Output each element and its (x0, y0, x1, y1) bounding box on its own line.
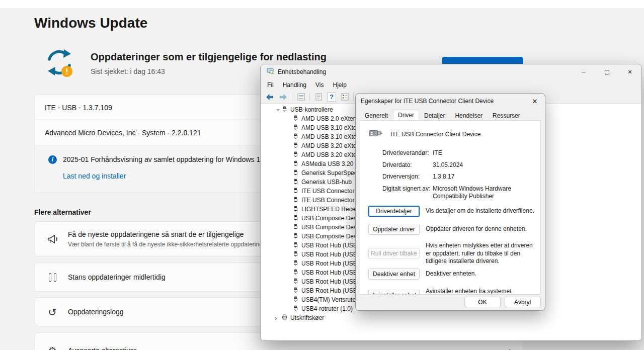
field-value: Microsoft Windows Hardware Compatibility… (433, 185, 534, 201)
usb-icon (293, 197, 298, 204)
maximize-icon (605, 70, 609, 74)
driver-details-desc: Vis detaljer om de installerte driverfil… (426, 207, 534, 215)
tree-node-label: ASMedia USB 3.20 eX (301, 160, 362, 167)
tree-node-label: USB-kontrollere (290, 106, 333, 113)
update-label: Advanced Micro Devices, Inc - System - 2… (45, 129, 201, 137)
usb-icon (293, 179, 298, 186)
menu-help[interactable]: Hjelp (329, 80, 351, 90)
update-driver-desc: Oppdater driveren for denne enheten. (426, 225, 534, 233)
field-label: Driverversjon: (382, 173, 433, 181)
usb-device-icon (368, 128, 383, 141)
usb-icon (293, 133, 298, 140)
field-label: Digitalt signert av: (382, 185, 433, 201)
driver-actions: Driverdetaljer Vis detaljer om de instal… (360, 206, 540, 295)
chevron-collapsed-icon[interactable]: › (275, 314, 282, 322)
close-icon: ✕ (532, 98, 538, 105)
tab-events[interactable]: Hendelser (450, 111, 488, 120)
tree-node-label: AMD USB 2.0 eXtensi (301, 115, 361, 122)
tree-node-print-queues[interactable]: › Utskriftskøer (261, 313, 641, 322)
device-list-icon[interactable] (340, 92, 350, 102)
cancel-button[interactable]: Avbryt (505, 297, 541, 307)
maximize-button[interactable] (595, 64, 618, 79)
close-button[interactable]: ✕ (618, 64, 641, 79)
tree-node-label: AMD USB 3.10 eXten (301, 124, 360, 131)
minimize-icon: ─ (582, 69, 586, 75)
tab-details[interactable]: Detaljer (419, 111, 450, 120)
usb-icon (293, 206, 298, 213)
disable-device-desc: Deaktiver enheten. (426, 270, 534, 278)
update-label: ITE - USB - 1.3.7.109 (45, 104, 112, 112)
field-label: Driverleverandør: (382, 149, 433, 157)
info-icon: i (48, 155, 57, 164)
tree-node-label: USB Root Hub (USB 3 (301, 242, 362, 249)
tree-node-label: Generisk USB-hub (301, 179, 352, 186)
gear-icon: ⚙ (46, 346, 59, 350)
usb-icon (293, 215, 298, 222)
dialog-title: Egenskaper for ITE USB Connector Client … (361, 98, 494, 105)
devices-by-type-icon[interactable] (296, 92, 306, 102)
windows-update-icon: ! (43, 47, 75, 78)
dialog-close-button[interactable]: ✕ (527, 95, 543, 108)
printer-icon (282, 314, 287, 321)
driver-fields: Driverleverandør: ITE Driverdato: 31.05.… (382, 149, 540, 201)
close-icon: ✕ (627, 69, 632, 75)
pause-icon (46, 273, 59, 282)
help-icon[interactable]: ? (327, 93, 336, 102)
tree-node-label: USB Composite Devi (301, 215, 358, 222)
device-manager-titlebar[interactable]: Enhetsbehandling ─ ✕ (261, 64, 641, 79)
usb-icon (293, 233, 298, 240)
preview-update-label: 2025-01 Forhåndsvisning av samlet oppdat… (63, 155, 270, 163)
more-options-heading: Flere alternativer (34, 208, 91, 216)
usb-icon (293, 269, 298, 276)
tab-general[interactable]: Generelt (360, 111, 393, 120)
dialog-titlebar[interactable]: Egenskaper for ITE USB Connector Client … (356, 94, 545, 109)
tree-node-label: USB Root Hub (USB 3 (301, 251, 362, 258)
back-button[interactable] (265, 92, 275, 102)
tree-node-label: ITE USB Connector C (301, 188, 360, 195)
tab-driver[interactable]: Driver (393, 110, 419, 120)
tree-node-label: USB4-rotruter (1.0) (301, 305, 353, 312)
menubar: Fil Handling Vis Hjelp (261, 79, 641, 91)
update-driver-button[interactable]: Oppdater driver (368, 224, 420, 235)
menu-file[interactable]: Fil (263, 80, 278, 90)
ok-button[interactable]: OK (464, 297, 501, 307)
settings-titlebar (0, 0, 644, 8)
usb-icon (293, 151, 298, 158)
minimize-button[interactable]: ─ (572, 64, 595, 79)
usb-icon (293, 251, 298, 258)
field-value: ITE (433, 149, 534, 157)
usb-icon (282, 106, 287, 113)
tree-node-label: USB Composite Devi (301, 224, 358, 231)
usb-icon (293, 287, 298, 294)
tab-resources[interactable]: Ressurser (488, 111, 525, 120)
disable-device-button[interactable]: Deaktiver enhet (368, 269, 420, 280)
option-title: Stans oppdateringer midlertidig (68, 273, 166, 281)
field-value: 1.3.8.17 (433, 173, 534, 181)
tree-node-label: USB Root Hub (USB 3 (301, 287, 362, 294)
toolbar-separator (309, 93, 310, 101)
usb-icon (293, 160, 298, 167)
uninstall-device-button[interactable]: Avinstaller enhet (368, 290, 420, 295)
menu-view[interactable]: Vis (311, 80, 328, 90)
tree-node-label: AMD USB 3.20 eXten (301, 151, 360, 158)
usb-icon (293, 260, 298, 267)
option-title: Få de nyeste oppdateringene så snart de … (68, 230, 266, 238)
download-and-install-link[interactable]: Last ned og installer (63, 172, 126, 180)
chevron-right-icon: › (509, 345, 512, 350)
dialog-footer: OK Avbryt (464, 297, 541, 307)
properties-icon[interactable] (313, 92, 324, 102)
driver-details-button[interactable]: Driverdetaljer (368, 206, 420, 217)
tree-node-label: Utskriftskøer (290, 314, 324, 321)
usb-icon (293, 142, 298, 149)
usb-icon (293, 124, 298, 131)
device-properties-dialog: Egenskaper for ITE USB Connector Client … (355, 93, 545, 311)
usb-icon (293, 188, 298, 195)
option-subtitle: Vær blant de første til å få de nyeste i… (68, 241, 266, 248)
menu-action[interactable]: Handling (278, 80, 311, 90)
usb-icon (293, 278, 298, 285)
chevron-expanded-icon[interactable]: › (275, 106, 282, 113)
tree-node-label: USB Root Hub (USB 3 (301, 278, 362, 285)
tree-node-label: USB Composite Devi (301, 233, 358, 240)
forward-button[interactable] (278, 92, 288, 102)
tree-node-label: AMD USB 3.20 eXten (301, 142, 360, 149)
